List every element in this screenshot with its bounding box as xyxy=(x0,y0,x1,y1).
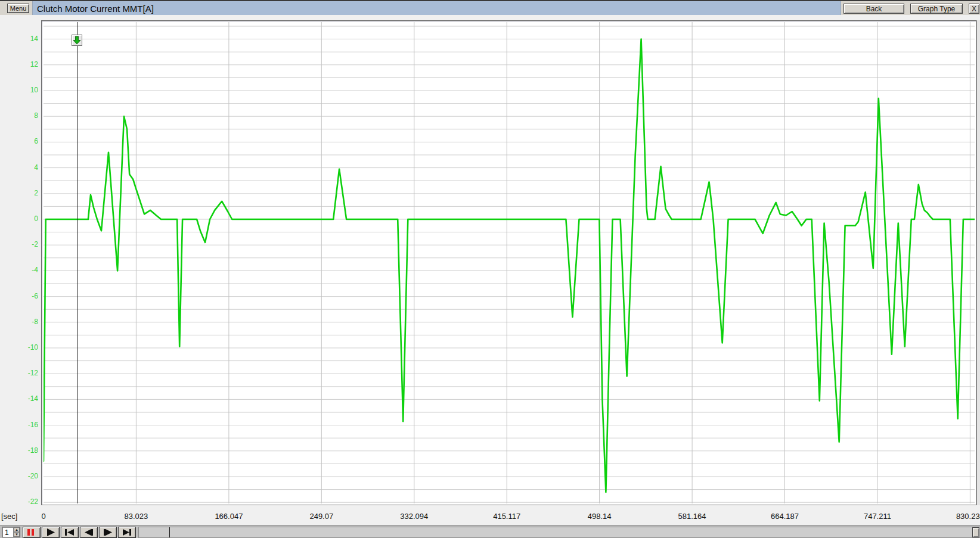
x-axis-tick-label: 830.234 xyxy=(946,512,980,521)
y-axis-tick-label: 4 xyxy=(17,163,38,173)
right-edge-strip xyxy=(976,20,980,505)
menu-button[interactable]: Menu xyxy=(7,4,29,13)
step-back-button[interactable] xyxy=(80,527,98,538)
play-button[interactable] xyxy=(42,527,60,538)
title-bar: Menu Clutch Motor Current MMT[A] Back Gr… xyxy=(0,0,980,15)
step-forward-icon xyxy=(101,528,115,536)
y-axis-tick-label: 12 xyxy=(17,60,38,70)
pause-button[interactable] xyxy=(23,527,41,538)
spinner-up-icon[interactable]: ▲ xyxy=(14,527,20,532)
x-axis-tick-label: 83.023 xyxy=(112,512,160,521)
pause-icon xyxy=(24,528,39,536)
x-axis-tick-label: 664.187 xyxy=(761,512,809,521)
y-axis-tick-label: -6 xyxy=(17,292,38,301)
step-forward-button[interactable] xyxy=(99,527,117,538)
skip-start-icon xyxy=(63,528,77,536)
playback-cursor-line[interactable] xyxy=(77,22,77,503)
y-axis-tick-label: 2 xyxy=(17,189,38,198)
y-axis-tick-label: -16 xyxy=(17,421,38,430)
spinner-down-icon[interactable]: ▼ xyxy=(14,532,20,537)
x-axis-unit-label: [sec] xyxy=(1,512,17,521)
x-axis-tick-label: 166.047 xyxy=(205,512,253,521)
y-axis-tick-label: 14 xyxy=(17,35,38,44)
y-axis-tick-label: -12 xyxy=(17,369,38,378)
cursor-down-arrow-icon xyxy=(72,35,82,45)
y-axis-tick-label: -22 xyxy=(17,497,38,507)
speed-spinner[interactable]: 1 ▲ ▼ xyxy=(2,527,20,537)
y-axis-tick-label: -18 xyxy=(17,446,38,456)
x-axis-tick-label: 747.211 xyxy=(854,512,901,521)
y-axis-tick-label: -8 xyxy=(17,318,38,327)
window-title: Clutch Motor Current MMT[A] xyxy=(37,4,154,14)
x-axis-tick-label: 581.164 xyxy=(668,512,716,521)
x-axis-tick-label: 415.117 xyxy=(483,512,531,521)
spinner-arrows: ▲ ▼ xyxy=(13,527,20,537)
skip-start-button[interactable] xyxy=(61,527,79,538)
y-axis-tick-label: -2 xyxy=(17,240,38,250)
play-icon xyxy=(44,528,58,536)
speed-value: 1 xyxy=(2,527,13,537)
x-axis-tick-label: 498.14 xyxy=(576,512,624,521)
x-axis-tick-label: 249.07 xyxy=(297,512,345,521)
close-button[interactable]: X xyxy=(969,4,979,14)
playback-position-track[interactable] xyxy=(138,527,980,538)
x-axis-tick-label: 0 xyxy=(20,512,67,521)
x-axis-tick-label: 332.094 xyxy=(390,512,438,521)
y-axis-tick-label: 6 xyxy=(17,137,38,147)
playback-cursor-marker[interactable] xyxy=(72,35,82,46)
y-axis-tick-label: -4 xyxy=(17,266,38,275)
back-button[interactable]: Back xyxy=(843,4,904,14)
playback-control-bar: 1 ▲ ▼ xyxy=(0,525,980,538)
skip-end-icon xyxy=(120,528,134,536)
graph-type-button[interactable]: Graph Type xyxy=(910,4,963,14)
track-end-thumb[interactable] xyxy=(972,527,979,537)
y-axis-tick-label: -10 xyxy=(17,343,38,353)
y-axis-tick-label: 0 xyxy=(17,214,38,224)
y-axis-tick-label: 10 xyxy=(17,86,38,95)
step-back-icon xyxy=(82,528,96,536)
y-axis-tick-label: -20 xyxy=(17,472,38,481)
y-axis-tick-label: -14 xyxy=(17,394,38,404)
skip-end-button[interactable] xyxy=(118,527,136,538)
playback-position-indicator[interactable] xyxy=(169,527,170,537)
clutch-current-line-chart xyxy=(44,22,975,503)
y-axis-tick-label: 8 xyxy=(17,111,38,121)
